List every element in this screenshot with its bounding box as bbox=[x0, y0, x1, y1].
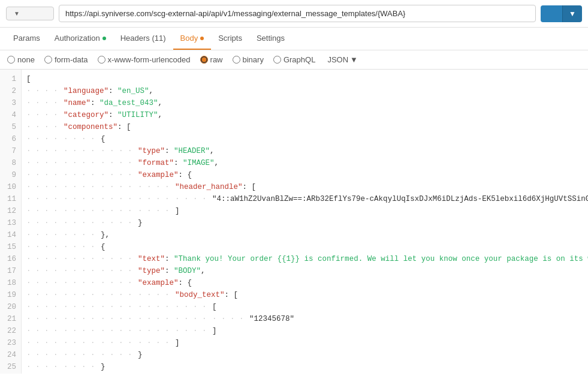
code-line-6: · · · · · · · · { bbox=[26, 133, 583, 145]
tab-body-label: Body bbox=[180, 34, 198, 43]
authorization-dot bbox=[102, 37, 106, 40]
method-select[interactable]: ▼ bbox=[6, 7, 54, 20]
code-line-3: · · · · "name": "da_test_043", bbox=[26, 97, 583, 109]
code-line-8: · · · · · · · · · · · · "format": "IMAGE… bbox=[26, 157, 583, 169]
code-line-26: · · · · ] bbox=[26, 373, 583, 374]
body-dot bbox=[200, 37, 204, 40]
code-line-4: · · · · "category": "UTILITY", bbox=[26, 109, 583, 121]
send-button[interactable] bbox=[541, 5, 562, 22]
format-chevron-icon: ▼ bbox=[350, 55, 358, 64]
code-line-14: · · · · · · · · }, bbox=[26, 229, 583, 241]
tab-body[interactable]: Body bbox=[173, 28, 212, 50]
code-line-25: · · · · · · · · } bbox=[26, 361, 583, 373]
code-content[interactable]: [· · · · "language": "en_US",· · · · "na… bbox=[22, 70, 588, 374]
code-line-16: · · · · · · · · · · · · "text": "Thank y… bbox=[26, 253, 583, 265]
tab-settings[interactable]: Settings bbox=[249, 28, 292, 50]
format-label: JSON bbox=[327, 55, 348, 64]
code-line-21: · · · · · · · · · · · · · · · · · · · · … bbox=[26, 313, 583, 325]
tab-authorization-label: Authorization bbox=[55, 34, 100, 43]
code-line-13: · · · · · · · · · · · · } bbox=[26, 217, 583, 229]
code-line-18: · · · · · · · · · · · · "example": { bbox=[26, 277, 583, 289]
method-chevron-icon: ▼ bbox=[14, 10, 20, 17]
url-input[interactable] bbox=[59, 5, 536, 22]
code-line-22: · · · · · · · · · · · · · · · · · · · · … bbox=[26, 325, 583, 337]
code-line-7: · · · · · · · · · · · · "type": "HEADER"… bbox=[26, 145, 583, 157]
radio-urlencoded[interactable]: x-www-form-urlencoded bbox=[98, 55, 191, 64]
code-line-12: · · · · · · · · · · · · · · · · ] bbox=[26, 205, 583, 217]
radio-raw[interactable]: raw bbox=[200, 55, 223, 64]
code-line-17: · · · · · · · · · · · · "type": "BODY", bbox=[26, 265, 583, 277]
code-editor: 1234567891011121314151617181920212223242… bbox=[0, 70, 588, 374]
tab-scripts[interactable]: Scripts bbox=[211, 28, 249, 50]
radio-none[interactable]: none bbox=[7, 55, 35, 64]
radio-graphql[interactable]: GraphQL bbox=[273, 55, 315, 64]
code-line-9: · · · · · · · · · · · · "example": { bbox=[26, 169, 583, 181]
code-line-2: · · · · "language": "en_US", bbox=[26, 85, 583, 97]
tab-headers[interactable]: Headers (11) bbox=[113, 28, 173, 50]
code-line-10: · · · · · · · · · · · · · · · · "header_… bbox=[26, 181, 583, 193]
code-line-15: · · · · · · · · { bbox=[26, 241, 583, 253]
tab-settings-label: Settings bbox=[257, 34, 285, 43]
tab-scripts-label: Scripts bbox=[218, 34, 242, 43]
format-select[interactable]: JSON ▼ bbox=[327, 55, 358, 64]
code-line-1: [ bbox=[26, 73, 583, 85]
tab-authorization[interactable]: Authorization bbox=[47, 28, 113, 50]
radio-binary[interactable]: binary bbox=[233, 55, 264, 64]
radio-form-data[interactable]: form-data bbox=[44, 55, 88, 64]
code-line-5: · · · · "components": [ bbox=[26, 121, 583, 133]
line-numbers: 1234567891011121314151617181920212223242… bbox=[0, 70, 22, 374]
tab-params[interactable]: Params bbox=[6, 28, 47, 50]
code-line-19: · · · · · · · · · · · · · · · · "body_te… bbox=[26, 289, 583, 301]
send-button-group: ▼ bbox=[541, 5, 582, 22]
code-line-24: · · · · · · · · · · · · } bbox=[26, 349, 583, 361]
code-line-20: · · · · · · · · · · · · · · · · · · · · … bbox=[26, 301, 583, 313]
nav-tabs: Params Authorization Headers (11) Body S… bbox=[0, 28, 588, 50]
top-bar: ▼ ▼ bbox=[0, 0, 588, 28]
tab-headers-label: Headers (11) bbox=[120, 34, 166, 43]
code-line-11: · · · · · · · · · · · · · · · · · · · · … bbox=[26, 193, 583, 205]
body-options: none form-data x-www-form-urlencoded raw… bbox=[0, 50, 588, 70]
send-dropdown-button[interactable]: ▼ bbox=[562, 5, 582, 22]
code-line-23: · · · · · · · · · · · · · · · · ] bbox=[26, 337, 583, 349]
tab-params-label: Params bbox=[13, 34, 40, 43]
